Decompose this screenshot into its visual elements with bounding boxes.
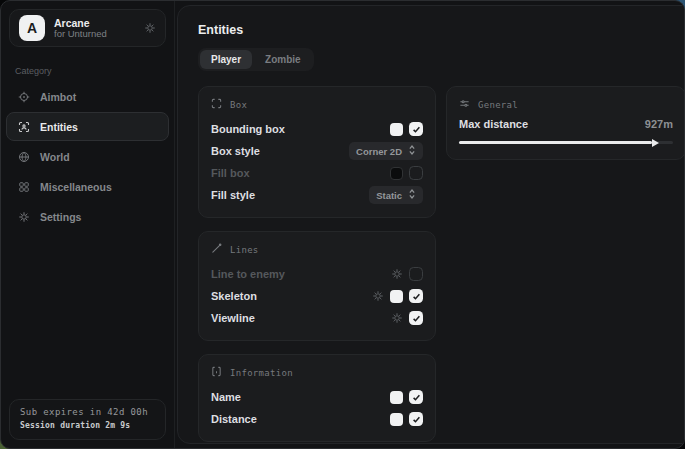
gear-icon <box>17 211 31 223</box>
slider-thumb[interactable] <box>652 139 659 147</box>
sidebar-item-label: World <box>40 151 70 163</box>
app-window: A Arcane for Unturned Category Aimbot <box>0 0 685 449</box>
checkbox-unchecked[interactable] <box>409 166 423 180</box>
tab-player[interactable]: Player <box>200 50 252 69</box>
page-title: Entities <box>198 23 685 37</box>
slider-fill <box>459 141 652 144</box>
color-swatch[interactable] <box>390 391 403 404</box>
information-icon <box>211 366 222 379</box>
section-title: Box <box>230 100 247 110</box>
setting-row-distance: Distance <box>211 408 423 430</box>
color-swatch[interactable] <box>390 290 403 303</box>
max-distance-value: 927m <box>645 118 673 130</box>
grid-icon <box>17 181 31 193</box>
lines-section-card: Lines Line to enemy Skeleton <box>198 231 436 341</box>
section-title: Information <box>230 368 293 378</box>
app-title: Arcane <box>54 17 107 29</box>
color-swatch[interactable] <box>390 167 403 180</box>
section-title: General <box>478 100 518 110</box>
setting-row-fill-style: Fill style Static <box>211 184 423 206</box>
setting-row-max-distance: Max distance 927m <box>459 118 673 130</box>
setting-row-skeleton: Skeleton <box>211 285 423 307</box>
fill-style-select[interactable]: Static <box>369 186 423 204</box>
app-subtitle: for Unturned <box>54 29 107 40</box>
gear-icon[interactable] <box>391 312 403 324</box>
sidebar: A Arcane for Unturned Category Aimbot <box>1 1 175 448</box>
app-logo: A <box>19 15 45 41</box>
diagonal-line-icon <box>211 243 222 256</box>
checkbox-checked[interactable] <box>409 390 423 404</box>
checkbox-checked[interactable] <box>409 311 423 325</box>
crosshair-icon <box>17 91 31 103</box>
gear-icon[interactable] <box>144 22 156 34</box>
setting-row-line-to-enemy: Line to enemy <box>211 263 423 285</box>
globe-icon <box>17 151 31 163</box>
sidebar-item-miscellaneous[interactable]: Miscellaneous <box>6 172 169 201</box>
unfold-icon <box>408 189 416 201</box>
gear-icon[interactable] <box>391 268 403 280</box>
brand-card: A Arcane for Unturned <box>9 9 166 47</box>
setting-row-name: Name <box>211 386 423 408</box>
setting-row-viewline: Viewline <box>211 307 423 329</box>
color-swatch[interactable] <box>390 413 403 426</box>
setting-row-fill-box: Fill box <box>211 162 423 184</box>
setting-row-bounding-box: Bounding box <box>211 118 423 140</box>
sidebar-item-label: Miscellaneous <box>40 181 112 193</box>
checkbox-checked[interactable] <box>409 412 423 426</box>
checkbox-checked[interactable] <box>409 289 423 303</box>
general-section-card: General Max distance 927m <box>446 86 685 160</box>
entity-tabs: Player Zombie <box>198 48 314 71</box>
sidebar-nav: Aimbot Entities World <box>1 82 174 231</box>
unfold-icon <box>408 145 416 157</box>
sliders-icon <box>459 98 470 111</box>
section-title: Lines <box>230 245 259 255</box>
box-style-select[interactable]: Corner 2D <box>349 142 423 160</box>
box-section-card: Box Bounding box Box style <box>198 86 436 218</box>
checkbox-checked[interactable] <box>409 122 423 136</box>
subscription-status-card: Sub expires in 42d 00h Session duration … <box>9 399 166 440</box>
sidebar-item-label: Settings <box>40 211 81 223</box>
session-duration-text: Session duration 2m 9s <box>20 422 155 431</box>
main-panel: Entities Player Zombie Box <box>177 5 685 444</box>
gear-icon[interactable] <box>372 290 384 302</box>
tab-zombie[interactable]: Zombie <box>254 50 312 69</box>
sidebar-item-world[interactable]: World <box>6 142 169 171</box>
setting-row-box-style: Box style Corner 2D <box>211 140 423 162</box>
max-distance-slider[interactable] <box>459 137 673 148</box>
sidebar-item-settings[interactable]: Settings <box>6 202 169 231</box>
sidebar-item-label: Aimbot <box>40 91 76 103</box>
sidebar-item-entities[interactable]: Entities <box>6 112 169 141</box>
sidebar-item-aimbot[interactable]: Aimbot <box>6 82 169 111</box>
color-swatch[interactable] <box>390 123 403 136</box>
information-section-card: Information Name Distance <box>198 354 436 442</box>
checkbox-unchecked[interactable] <box>409 267 423 281</box>
sub-expiry-text: Sub expires in 42d 00h <box>20 408 155 418</box>
category-label: Category <box>15 66 160 76</box>
sidebar-item-label: Entities <box>40 121 78 133</box>
entities-scan-icon <box>17 121 31 133</box>
box-corners-icon <box>211 98 222 111</box>
